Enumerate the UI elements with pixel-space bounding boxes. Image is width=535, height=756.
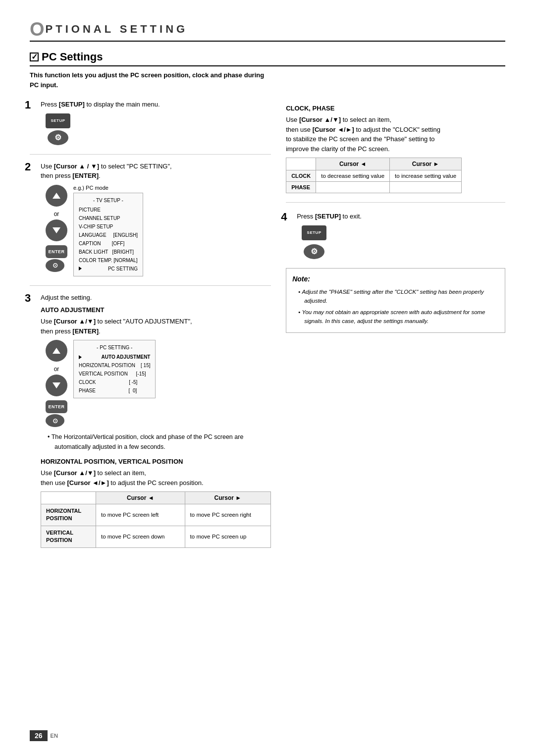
table-row-clock: CLOCK to decrease setting value to incre… bbox=[286, 170, 462, 182]
menu-item-picture: PICTURE bbox=[79, 206, 138, 214]
horiz-vert-table: Cursor ◄ Cursor ► HORIZONTALPOSITION to … bbox=[41, 491, 271, 548]
tv-setup-menu: - TV SETUP - PICTURE CHANNEL SETUP V-CHI… bbox=[73, 193, 143, 276]
pc-menu-auto: AUTO ADJUSTMENT bbox=[79, 353, 150, 361]
horiz-left-action: to move PC screen left bbox=[96, 504, 185, 526]
page-number: 26 bbox=[30, 730, 48, 741]
col-cursor-right: Cursor ► bbox=[185, 492, 271, 504]
menu-item-backlight: BACK LIGHT [BRIGHT] bbox=[79, 248, 138, 256]
vert-right-action: to move PC screen up bbox=[185, 526, 271, 547]
cursor-up-button-2 bbox=[46, 340, 67, 362]
pc-menu-horiz: HORIZONTAL POSITION [ 15] bbox=[79, 361, 150, 370]
row-horizontal: HORIZONTALPOSITION bbox=[41, 504, 96, 526]
step-4-number: 4 bbox=[281, 211, 287, 223]
enter-button: ENTER bbox=[46, 245, 67, 258]
clock-col-right: Cursor ► bbox=[390, 158, 462, 170]
clock-left-action: to decrease setting value bbox=[316, 170, 390, 182]
menu-item-caption: CAPTION [OFF] bbox=[79, 239, 138, 248]
table-row-vertical: VERTICALPOSITION to move PC screen down … bbox=[41, 526, 271, 547]
horiz-vert-text: Use [Cursor ▲/▼] to select an item, then… bbox=[41, 468, 271, 487]
row-vertical: VERTICALPOSITION bbox=[41, 526, 96, 547]
step-4-text: Press [SETUP] to exit. bbox=[297, 212, 505, 221]
clock-phase-text: Use [Cursor ▲/▼] to select an item, then… bbox=[286, 115, 505, 154]
step-2: 2 Use [Cursor ▲ / ▼] to select "PC SETTI… bbox=[30, 162, 271, 276]
row-clock: CLOCK bbox=[286, 170, 316, 182]
col-cursor-left: Cursor ◄ bbox=[96, 492, 185, 504]
phase-right-action bbox=[390, 182, 462, 193]
table-row-horizontal: HORIZONTALPOSITION to move PC screen lef… bbox=[41, 504, 271, 526]
page-header: O PTIONAL SETTING bbox=[30, 20, 505, 42]
step-3-buttons: or ENTER ⊙ bbox=[46, 340, 67, 427]
main-layout: 1 Press [SETUP] to display the main menu… bbox=[30, 100, 505, 557]
note-item-1: Adjust the "PHASE" setting after the "CL… bbox=[298, 287, 499, 306]
cursor-down-button bbox=[46, 219, 67, 241]
enter-dial-icon: ⊙ bbox=[46, 259, 64, 272]
step-4: 4 Press [SETUP] to exit. SETUP ⚙ bbox=[286, 212, 505, 259]
phase-left-action bbox=[316, 182, 390, 193]
note-item-2: You may not obtain an appropriate screen… bbox=[298, 308, 499, 326]
menu-item-colortemp: COLOR TEMP. [NORMAL] bbox=[79, 256, 138, 265]
right-column: CLOCK, PHASE Use [Cursor ▲/▼] to select … bbox=[286, 100, 505, 557]
menu-item-vchip: V-CHIP SETUP bbox=[79, 222, 138, 231]
cursor-up-button bbox=[46, 185, 67, 207]
or-label: or bbox=[54, 211, 59, 217]
clock-phase-table: Cursor ◄ Cursor ► CLOCK to decrease sett… bbox=[286, 158, 462, 193]
setup-button-icon-2: SETUP bbox=[302, 225, 326, 240]
auto-adjustment-text: Use [Cursor ▲/▼] to select "AUTO ADJUSTM… bbox=[41, 317, 271, 336]
auto-adjust-bullet: The Horizontal/Vertical position, clock … bbox=[48, 432, 271, 452]
pc-menu-clock: CLOCK [ -5] bbox=[79, 378, 150, 386]
pc-setting-menu: - PC SETTING - AUTO ADJUSTMENT HORIZONTA… bbox=[73, 340, 156, 398]
or-label-2: or bbox=[54, 366, 59, 373]
clock-phase-heading: CLOCK, PHASE bbox=[286, 105, 505, 112]
page-en-label: EN bbox=[51, 733, 58, 739]
header-title: PTIONAL SETTING bbox=[46, 23, 188, 36]
left-column: 1 Press [SETUP] to display the main menu… bbox=[30, 100, 271, 557]
setup-button-icon: SETUP bbox=[46, 113, 70, 128]
checkbox-icon bbox=[30, 53, 39, 61]
horiz-right-action: to move PC screen right bbox=[185, 504, 271, 526]
pc-menu-phase: PHASE [ 0] bbox=[79, 386, 150, 395]
vert-left-action: to move PC screen down bbox=[96, 526, 185, 547]
eg-label: e.g.) PC mode bbox=[73, 185, 143, 191]
step-2-text: Use [Cursor ▲ / ▼] to select "PC SETTING… bbox=[41, 162, 271, 181]
step-1: 1 Press [SETUP] to display the main menu… bbox=[30, 100, 271, 145]
menu-item-pcsetting: PC SETTING bbox=[79, 265, 138, 273]
step-3-number: 3 bbox=[25, 292, 31, 305]
step-1-text: Press [SETUP] to display the main menu. bbox=[41, 100, 271, 109]
enter-dial-icon-2: ⊙ bbox=[46, 414, 64, 427]
section-title: PC Settings bbox=[30, 51, 505, 66]
note-title: Note: bbox=[292, 273, 499, 284]
pc-setting-title: - PC SETTING - bbox=[79, 343, 150, 352]
table-row-phase: PHASE bbox=[286, 182, 462, 193]
clock-right-action: to increase setting value bbox=[390, 170, 462, 182]
step-1-number: 1 bbox=[25, 99, 31, 111]
cursor-down-button-2 bbox=[46, 375, 67, 396]
menu-item-language: LANGUAGE [ENGLISH] bbox=[79, 231, 138, 239]
horiz-vert-heading: HORIZONTAL POSITION, VERTICAL POSITION bbox=[41, 458, 271, 465]
page-footer: 26 EN bbox=[30, 730, 58, 741]
step-2-number: 2 bbox=[25, 161, 31, 173]
enter-button-2: ENTER bbox=[46, 400, 67, 413]
header-o-letter: O bbox=[30, 20, 45, 39]
row-phase: PHASE bbox=[286, 182, 316, 193]
step-1-buttons: SETUP ⚙ bbox=[46, 113, 271, 145]
section-title-text: PC Settings bbox=[42, 51, 103, 63]
setup-dial-icon: ⚙ bbox=[48, 130, 68, 145]
pc-menu-vert: VERTICAL POSITION [-15] bbox=[79, 370, 150, 378]
section-subtitle: This function lets you adjust the PC scr… bbox=[30, 70, 505, 90]
note-box: Note: Adjust the "PHASE" setting after t… bbox=[286, 268, 505, 333]
step-3-text: Adjust the setting. bbox=[41, 293, 271, 303]
menu-item-channel: CHANNEL SETUP bbox=[79, 214, 138, 222]
step-3: 3 Adjust the setting. AUTO ADJUSTMENT Us… bbox=[30, 293, 271, 548]
step-4-buttons: SETUP ⚙ bbox=[302, 225, 505, 259]
clock-col-left: Cursor ◄ bbox=[316, 158, 390, 170]
auto-adjustment-heading: AUTO ADJUSTMENT bbox=[41, 306, 271, 314]
step-2-buttons: or ENTER ⊙ bbox=[46, 185, 67, 272]
setup-dial-icon-2: ⚙ bbox=[304, 244, 324, 259]
menu-title: - TV SETUP - bbox=[79, 196, 138, 205]
